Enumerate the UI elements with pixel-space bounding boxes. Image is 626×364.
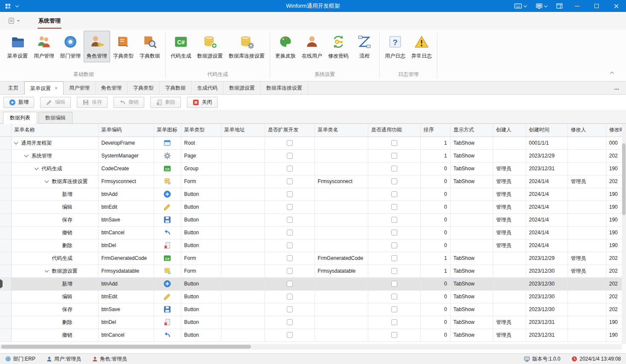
ribbon-button-department-management[interactable]: 部门管理 xyxy=(57,31,84,62)
common-checkbox[interactable] xyxy=(391,332,397,338)
close-button[interactable] xyxy=(606,0,626,12)
creator-cell[interactable] xyxy=(493,303,526,316)
menu-code-cell[interactable]: Frmsysconnect xyxy=(98,175,154,188)
menu-type-cell[interactable]: Button xyxy=(181,290,221,303)
close-tab-button[interactable]: 关闭 xyxy=(187,97,218,108)
display-mode-cell[interactable]: TabShow xyxy=(450,277,493,290)
tree-expander-icon[interactable] xyxy=(24,153,28,157)
grid-row[interactable]: 新增btnAddButton0管理员2024/1/4190 xyxy=(0,188,622,201)
sort-cell[interactable]: 0 xyxy=(420,213,450,226)
menu-classname-cell[interactable] xyxy=(314,277,368,290)
common-checkbox[interactable] xyxy=(391,217,397,223)
extended-checkbox[interactable] xyxy=(287,255,293,261)
tab-menu-settings[interactable]: 菜单设置 × xyxy=(24,82,64,95)
menu-type-cell[interactable]: Button xyxy=(181,239,221,252)
theme-select-button[interactable] xyxy=(531,0,552,12)
menu-code-cell[interactable]: btnEdit xyxy=(98,290,154,303)
grid-row[interactable]: 通用开发框架DevelopFrameRoot1TabShow0001/1/100… xyxy=(0,137,622,149)
modifier-cell[interactable]: 管理员 xyxy=(568,265,606,277)
create-time-cell[interactable]: 2023/12/31 xyxy=(526,316,568,329)
menu-type-cell[interactable]: Button xyxy=(181,213,221,226)
grid-row[interactable]: 编辑btnEditButton0管理员2024/1/4190 xyxy=(0,201,622,213)
menu-address-cell[interactable] xyxy=(221,188,265,201)
sort-cell[interactable]: 0 xyxy=(420,188,450,201)
modifier-cell[interactable] xyxy=(568,213,606,226)
grid-row[interactable]: 新增btnAddButton0TabShow2023/12/30202 xyxy=(0,277,622,290)
column-header[interactable]: 创建时间 xyxy=(526,124,568,137)
column-header[interactable]: 修改人 xyxy=(568,124,606,137)
display-mode-cell[interactable]: TabShow xyxy=(450,265,493,277)
create-time-cell[interactable]: 2023/12/31 xyxy=(526,162,568,175)
add-button[interactable]: 新增 xyxy=(3,97,34,108)
creator-cell[interactable]: 管理员 xyxy=(493,188,526,201)
display-mode-cell[interactable]: TabShow xyxy=(450,303,493,316)
menu-code-cell[interactable]: btnAdd xyxy=(98,277,154,290)
modify-time-cell[interactable]: 190 xyxy=(606,188,622,201)
common-checkbox[interactable] xyxy=(391,140,397,146)
creator-cell[interactable] xyxy=(493,265,526,277)
creator-cell[interactable]: 管理员 xyxy=(493,329,526,341)
extended-checkbox[interactable] xyxy=(287,281,293,287)
menu-address-cell[interactable] xyxy=(221,201,265,213)
modify-time-cell[interactable]: 202 xyxy=(606,303,622,316)
ribbon-button-user-log[interactable]: ? 用户日志 xyxy=(382,31,408,62)
tab-dict-data[interactable]: 字典数据 xyxy=(160,82,192,94)
menu-address-cell[interactable] xyxy=(221,265,265,277)
sort-cell[interactable]: 1 xyxy=(420,265,450,277)
modify-time-cell[interactable]: 202 xyxy=(606,175,622,188)
menu-name-cell[interactable]: 数据源设置 xyxy=(11,265,98,277)
menu-classname-cell[interactable]: Frmsysdatatable xyxy=(314,265,368,277)
grid-row[interactable]: 删除btnDelButton0TabShow管理员2023/12/31190 xyxy=(0,316,622,329)
menu-address-cell[interactable] xyxy=(221,316,265,329)
menu-name-cell[interactable]: 编辑 xyxy=(11,201,98,213)
menu-classname-cell[interactable] xyxy=(314,201,368,213)
display-mode-cell[interactable] xyxy=(450,213,493,226)
tab-dbconnection-settings[interactable]: 数据库连接设置 xyxy=(261,82,308,94)
ribbon-button-exception-log[interactable]: 异常日志 xyxy=(408,31,435,62)
ribbon-button-dbconnection-settings[interactable]: 数据库连接设置 xyxy=(226,31,268,62)
modify-time-cell[interactable]: 202 xyxy=(606,149,622,162)
menu-classname-cell[interactable] xyxy=(314,149,368,162)
column-header[interactable]: 是否通用功能 xyxy=(368,124,420,137)
edit-button[interactable]: 编辑 xyxy=(40,97,71,108)
menu-address-cell[interactable] xyxy=(221,239,265,252)
creator-cell[interactable] xyxy=(493,252,526,265)
grid-row[interactable]: 代码生成CodeCreateC#Group0TabShow管理员2023/12/… xyxy=(0,162,622,175)
menu-address-cell[interactable] xyxy=(221,149,265,162)
grid-row[interactable]: 保存btnSaveButton0TabShow2023/12/30202 xyxy=(0,303,622,316)
sort-cell[interactable]: 1 xyxy=(420,137,450,149)
menu-address-cell[interactable] xyxy=(221,303,265,316)
extended-checkbox[interactable] xyxy=(287,306,293,312)
menu-name-cell[interactable]: 新增 xyxy=(11,188,98,201)
menu-classname-cell[interactable] xyxy=(314,316,368,329)
modify-time-cell[interactable]: 190 xyxy=(606,201,622,213)
menu-type-cell[interactable]: Button xyxy=(181,303,221,316)
grid-row[interactable]: 删除btnDelButton0管理员2024/1/4190 xyxy=(0,239,622,252)
ribbon-button-menu-settings[interactable]: 菜单设置 xyxy=(4,31,31,62)
sort-cell[interactable]: 0 xyxy=(420,277,450,290)
common-checkbox[interactable] xyxy=(391,178,397,184)
sort-cell[interactable]: 0 xyxy=(420,329,450,341)
grid-row[interactable]: 数据源设置FrmsysdatatableFormFrmsysdatatable1… xyxy=(0,265,622,277)
sort-cell[interactable]: 0 xyxy=(420,162,450,175)
display-mode-cell[interactable]: TabShow xyxy=(450,252,493,265)
quick-access-icon[interactable] xyxy=(5,3,11,9)
grid-row[interactable]: 撤销btnCancelButton0TabShow管理员2023/12/3119… xyxy=(0,329,622,341)
creator-cell[interactable] xyxy=(493,277,526,290)
display-mode-cell[interactable]: TabShow xyxy=(450,175,493,188)
tab-datasource-settings[interactable]: 数据源设置 xyxy=(224,82,261,94)
ribbon-button-workflow[interactable]: 流程 xyxy=(352,31,377,62)
modifier-cell[interactable] xyxy=(568,329,606,341)
modifier-cell[interactable]: 管理员 xyxy=(568,252,606,265)
common-checkbox[interactable] xyxy=(391,153,397,159)
create-time-cell[interactable]: 2023/12/31 xyxy=(526,329,568,341)
save-button[interactable]: 保存 xyxy=(77,97,108,108)
create-time-cell[interactable]: 2024/1/4 xyxy=(526,188,568,201)
menu-type-cell[interactable]: Button xyxy=(181,316,221,329)
display-mode-cell[interactable] xyxy=(450,188,493,201)
menu-name-cell[interactable]: 编辑 xyxy=(11,290,98,303)
common-checkbox[interactable] xyxy=(391,255,397,261)
common-checkbox[interactable] xyxy=(391,306,397,312)
horizontal-scrollbar[interactable] xyxy=(0,344,622,349)
create-time-cell[interactable]: 2023/12/29 xyxy=(526,252,568,265)
